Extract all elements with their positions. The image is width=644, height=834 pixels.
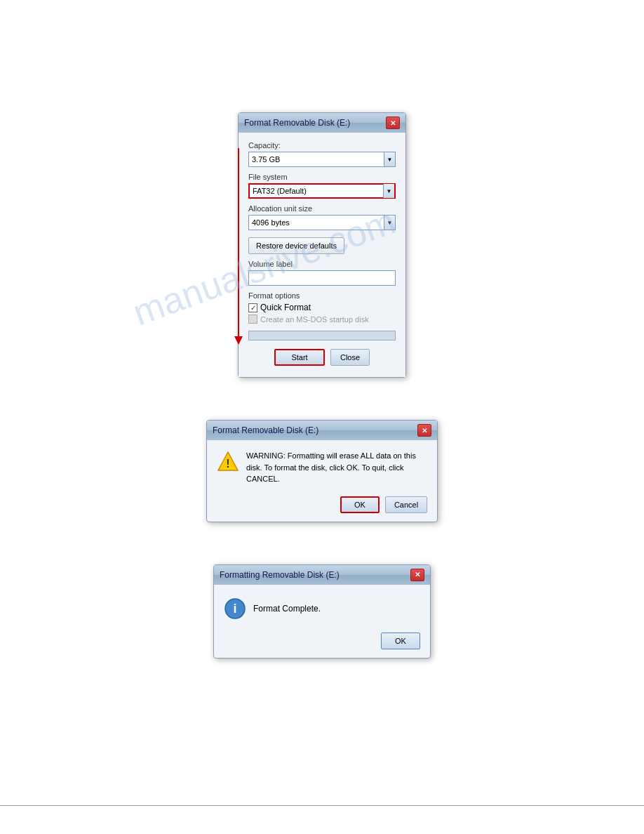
msdos-label: Create an MS-DOS startup disk — [260, 315, 369, 324]
dialog1-body: Capacity: 3.75 GB ▼ File system FAT32 (D… — [239, 133, 405, 377]
dialog3-close-btn[interactable]: ✕ — [410, 569, 424, 581]
volume-label-label: Volume label — [248, 260, 396, 268]
capacity-label: Capacity: — [248, 141, 396, 150]
dialog1-close-button[interactable]: Close — [330, 349, 370, 366]
complete-body: i Format Complete. — [214, 585, 430, 630]
msdos-row: Create an MS-DOS startup disk — [248, 315, 396, 324]
dialog3-title: Formatting Removable Disk (E:) — [220, 570, 340, 580]
volume-label-input[interactable] — [248, 270, 396, 286]
dialog1-titlebar: Format Removable Disk (E:) ✕ — [239, 113, 405, 133]
warning-dialog: Format Removable Disk (E:) ✕ ! WARNING: … — [206, 420, 438, 522]
format-disk-dialog: Format Removable Disk (E:) ✕ Capacity: 3… — [238, 112, 406, 378]
dialog2-titlebar: Format Removable Disk (E:) ✕ — [207, 421, 437, 440]
start-button[interactable]: Start — [274, 349, 325, 366]
filesystem-arrow: ▼ — [383, 184, 394, 198]
quick-format-row: ✓ Quick Format — [248, 303, 396, 312]
bottom-rule — [0, 805, 644, 806]
allocation-arrow: ▼ — [384, 216, 395, 230]
dialog1-close-btn[interactable]: ✕ — [386, 117, 400, 129]
format-options-label: Format options — [248, 291, 396, 300]
svg-text:i: i — [233, 602, 236, 616]
quick-format-checkbox[interactable]: ✓ — [248, 303, 257, 312]
filesystem-dropdown[interactable]: FAT32 (Default) ▼ — [248, 183, 396, 199]
warning-icon: ! — [217, 450, 239, 472]
warning-message: WARNING: Formatting will erase ALL data … — [246, 450, 427, 485]
quick-format-label: Quick Format — [260, 303, 311, 312]
msdos-checkbox[interactable] — [248, 315, 257, 324]
progress-bar — [248, 331, 396, 340]
dialog2-footer: OK Cancel — [207, 492, 437, 522]
filesystem-label: File system — [248, 173, 396, 181]
allocation-label: Allocation unit size — [248, 204, 396, 213]
dialog3-titlebar: Formatting Removable Disk (E:) ✕ — [214, 565, 430, 585]
dialog2-title: Format Removable Disk (E:) — [213, 425, 318, 435]
svg-text:!: ! — [226, 458, 229, 470]
warning-cancel-button[interactable]: Cancel — [385, 496, 427, 513]
dialog3-footer: OK — [214, 630, 430, 658]
complete-dialog: Formatting Removable Disk (E:) ✕ i Forma… — [213, 564, 431, 658]
capacity-arrow: ▼ — [384, 152, 395, 166]
warning-ok-button[interactable]: OK — [340, 496, 380, 513]
dialog1-footer: Start Close — [248, 349, 396, 369]
restore-defaults-button[interactable]: Restore device defaults — [248, 237, 344, 254]
warning-body: ! WARNING: Formatting will erase ALL dat… — [207, 440, 437, 492]
dialog2-close-btn[interactable]: ✕ — [417, 424, 431, 437]
allocation-dropdown[interactable]: 4096 bytes ▼ — [248, 215, 396, 230]
info-icon: i — [224, 597, 246, 620]
complete-message: Format Complete. — [253, 604, 321, 614]
dialog1-title: Format Removable Disk (E:) — [244, 118, 350, 128]
capacity-dropdown[interactable]: 3.75 GB ▼ — [248, 152, 396, 167]
complete-ok-button[interactable]: OK — [381, 633, 420, 649]
page-container: manualsrive.com Format Removable Disk (E… — [0, 0, 644, 834]
